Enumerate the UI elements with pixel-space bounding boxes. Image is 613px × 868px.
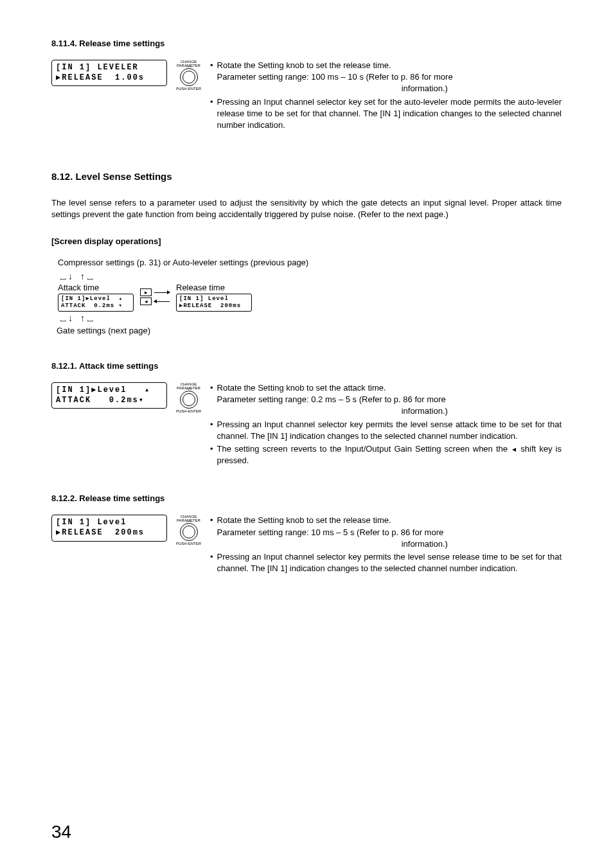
- knob-icon: ⌒: [180, 68, 198, 86]
- lcd-line1: [IN 1]▶Level ▴: [56, 385, 150, 394]
- knob-arrow-icon: ⌒: [185, 66, 192, 73]
- right-key-icon: ▸: [140, 288, 152, 296]
- bullet-icon: •: [210, 96, 213, 132]
- bullet-text: Pressing an Input channel selector key s…: [217, 96, 562, 132]
- knob-label-bottom: PUSH-ENTER: [176, 542, 201, 545]
- flow-left: Attack time [IN 1]▶Level ▴ ATTACK 0.2ms …: [58, 283, 134, 312]
- bullet-icon: •: [210, 551, 213, 574]
- section-8-11-4: 8.11.4. Release time settings [IN 1] LEV…: [51, 39, 562, 132]
- lcd-sm-l1: [IN 1] Level: [179, 296, 229, 302]
- bullet-text: Rotate the Setting knob to set the relea…: [217, 515, 391, 525]
- knob-widget: CHANGE PARAMETER ⌒ PUSH-ENTER: [176, 515, 201, 545]
- intro-para: The level sense refers to a parameter us…: [51, 197, 562, 220]
- bullet-text: Rotate the Setting knob to set the attac…: [217, 383, 386, 393]
- knob-arrow-icon: ⌒: [185, 389, 192, 396]
- section-8-12: 8.12. Level Sense Settings The level sen…: [51, 171, 562, 335]
- attack-time-label: Attack time: [58, 283, 134, 292]
- knob-arrow-icon: ⌒: [185, 521, 192, 528]
- lcd-attack-sm: [IN 1]▶Level ▴ ATTACK 0.2ms ▾: [58, 294, 134, 312]
- heading-8-12-2: 8.12.2. Release time settings: [51, 493, 562, 503]
- heading-8-11-4: 8.11.4. Release time settings: [51, 39, 562, 48]
- left-key-icon: ◂: [140, 297, 152, 305]
- knob-label-bottom: PUSH-ENTER: [176, 87, 201, 91]
- bullet-icon: •: [210, 443, 213, 466]
- param-range: Parameter setting range: 0.2 ms – 5 s (R…: [217, 394, 562, 405]
- bullets-8-12-2: •Rotate the Setting knob to set the rele…: [210, 515, 562, 576]
- bullet-icon: •: [210, 382, 213, 418]
- flow-diagram: Compressor settings (p. 31) or Auto-leve…: [51, 258, 562, 336]
- knob-icon: ⌒: [180, 523, 198, 541]
- knob-label-bottom: PUSH-ENTER: [176, 409, 201, 413]
- bullets-8-11-4: •Rotate the Setting knob to set the rele…: [210, 60, 562, 132]
- flow-arrows: ▸ ◂: [140, 288, 170, 305]
- screen-ops-heading: [Screen display operations]: [51, 236, 562, 246]
- section-8-12-1: 8.12.1. Attack time settings [IN 1]▶Leve…: [51, 361, 562, 468]
- lcd-sm-l1: [IN 1]▶Level ▴: [61, 296, 123, 302]
- lcd-release: [IN 1] Level ▶RELEASE 200ms: [51, 515, 167, 541]
- lcd-line2: ATTACK 0.2ms▾: [56, 396, 145, 405]
- knob-icon: ⌒: [180, 391, 198, 409]
- release-time-label: Release time: [176, 283, 252, 292]
- param-info: information.): [288, 405, 562, 417]
- lcd-line1: [IN 1] LEVELER: [56, 63, 139, 72]
- bullet-icon: •: [210, 515, 213, 550]
- bullet-text: Rotate the Setting knob to set the relea…: [217, 60, 391, 70]
- bullet-text: Pressing an Input channel selector key p…: [217, 419, 562, 442]
- gate-label: Gate settings (next page): [57, 326, 562, 335]
- bullet-icon: •: [210, 419, 213, 442]
- arrow-left-icon: [154, 301, 170, 302]
- row-attack: [IN 1]▶Level ▴ ATTACK 0.2ms▾ CHANGE PARA…: [51, 382, 562, 468]
- lcd-line2: ▶RELEASE 1.00s: [56, 73, 145, 82]
- param-range: Parameter setting range: 10 ms – 5 s (Re…: [217, 527, 562, 538]
- lcd-sm-l2: ▶RELEASE 200ms: [179, 303, 241, 309]
- bullets-8-12-1: •Rotate the Setting knob to set the atta…: [210, 382, 562, 468]
- bullet-text: Pressing an Input channel selector key p…: [217, 551, 562, 574]
- flow-inner: Attack time [IN 1]▶Level ▴ ATTACK 0.2ms …: [58, 283, 562, 312]
- lcd-attack: [IN 1]▶Level ▴ ATTACK 0.2ms▾: [51, 382, 167, 409]
- bullet-text-a: The setting screen reverts to the Input/…: [217, 444, 511, 454]
- param-range: Parameter setting range: 100 ms – 10 s (…: [217, 71, 562, 83]
- nav-icons-top: ⎵↓ ↑⎵: [60, 271, 562, 281]
- knob-widget: CHANGE PARAMETER ⌒ PUSH-ENTER: [176, 60, 201, 91]
- lcd-line1: [IN 1] Level: [56, 518, 127, 527]
- lcd-leveler-release: [IN 1] LEVELER ▶RELEASE 1.00s: [51, 60, 167, 86]
- flow-right: Release time [IN 1] Level ▶RELEASE 200ms: [176, 283, 252, 312]
- page-number: 34: [51, 822, 71, 842]
- arrow-right-icon: [154, 292, 170, 293]
- nav-icons-bottom: ⎵↓ ↑⎵: [60, 313, 562, 323]
- param-info: information.): [288, 538, 562, 550]
- lcd-line2: ▶RELEASE 200ms: [56, 528, 145, 537]
- section-8-12-2: 8.12.2. Release time settings [IN 1] Lev…: [51, 493, 562, 576]
- lcd-sm-l2: ATTACK 0.2ms ▾: [61, 303, 123, 309]
- heading-8-12: 8.12. Level Sense Settings: [51, 171, 562, 182]
- row-release-leveler: [IN 1] LEVELER ▶RELEASE 1.00s CHANGE PAR…: [51, 60, 562, 132]
- left-shift-icon: [512, 448, 516, 452]
- row-release: [IN 1] Level ▶RELEASE 200ms CHANGE PARAM…: [51, 515, 562, 576]
- heading-8-12-1: 8.12.1. Attack time settings: [51, 361, 562, 371]
- lcd-release-sm: [IN 1] Level ▶RELEASE 200ms: [176, 294, 252, 312]
- flow-top-label: Compressor settings (p. 31) or Auto-leve…: [58, 258, 562, 267]
- param-info: information.): [288, 83, 562, 94]
- knob-widget: CHANGE PARAMETER ⌒ PUSH-ENTER: [176, 382, 201, 413]
- bullet-icon: •: [210, 60, 213, 95]
